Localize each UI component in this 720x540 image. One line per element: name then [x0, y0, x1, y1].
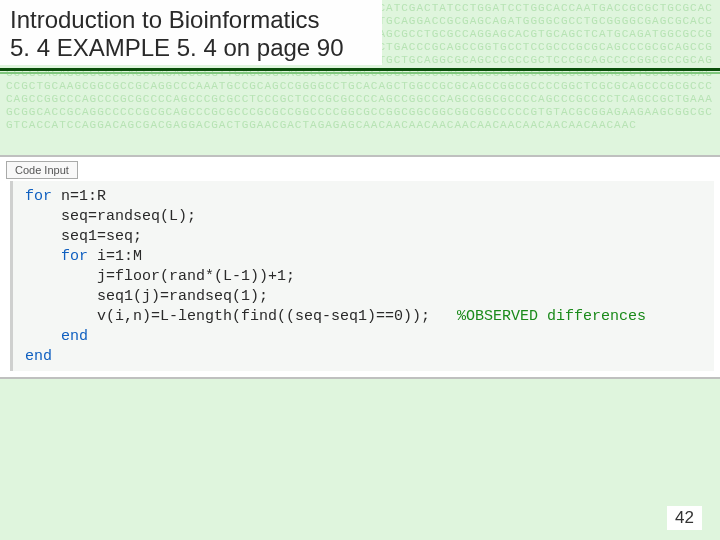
code-listing: for n=1:R seq=randseq(L); seq1=seq; for … — [25, 187, 710, 367]
code-body: for n=1:R seq=randseq(L); seq1=seq; for … — [10, 181, 714, 371]
slide-title-block: Introduction to Bioinformatics 5. 4 EXAM… — [0, 0, 382, 65]
title-line-2: 5. 4 EXAMPLE 5. 4 on page 90 — [10, 34, 374, 62]
title-underline — [0, 68, 720, 74]
code-input-panel: Code Input for n=1:R seq=randseq(L); seq… — [0, 155, 720, 379]
code-input-tab: Code Input — [6, 161, 78, 179]
title-line-1: Introduction to Bioinformatics — [10, 6, 374, 34]
page-number: 42 — [667, 506, 702, 530]
